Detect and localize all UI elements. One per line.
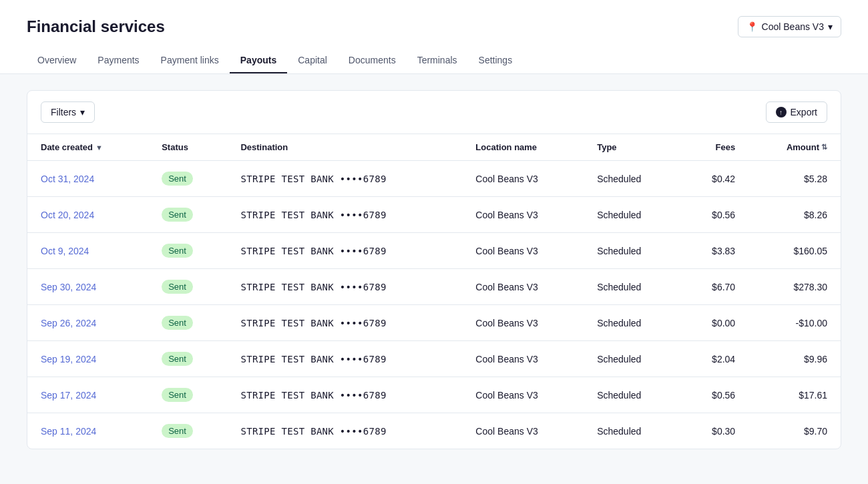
table-row[interactable]: Sep 30, 2024 Sent STRIPE TEST BANK ••••6… [27,269,841,305]
date-link[interactable]: Oct 20, 2024 [41,210,94,220]
sort-both-icon: ⇅ [821,143,827,152]
filters-button[interactable]: Filters ▾ [41,101,95,123]
pin-icon: 📍 [746,21,758,32]
tab-terminals[interactable]: Terminals [407,48,468,73]
date-link[interactable]: Oct 31, 2024 [41,174,94,184]
cell-location: Cool Beans V3 [462,233,584,269]
cell-amount: $8.26 [748,197,841,233]
date-link[interactable]: Sep 11, 2024 [41,426,96,437]
destination-text: STRIPE TEST BANK ••••6789 [240,282,386,292]
cell-fees: $3.83 [680,233,748,269]
cell-fees: $6.70 [680,269,748,305]
cell-amount: -$10.00 [748,305,841,341]
tab-documents[interactable]: Documents [338,48,407,73]
date-link[interactable]: Oct 9, 2024 [41,246,89,256]
cell-date[interactable]: Sep 30, 2024 [27,269,148,305]
table-toolbar: Filters ▾ ↑ Export [27,91,841,134]
date-link[interactable]: Sep 17, 2024 [41,390,96,401]
cell-fees: $0.00 [680,305,748,341]
cell-location: Cool Beans V3 [462,269,584,305]
cell-fees: $0.56 [680,197,748,233]
status-badge: Sent [162,316,193,330]
col-fees: Fees [680,134,748,161]
cell-amount: $160.05 [748,233,841,269]
cell-status: Sent [148,377,227,413]
cell-type: Scheduled [584,269,680,305]
cell-destination: STRIPE TEST BANK ••••6789 [227,341,462,377]
date-link[interactable]: Sep 26, 2024 [41,318,96,328]
cell-date[interactable]: Oct 9, 2024 [27,233,148,269]
status-badge: Sent [162,352,193,366]
destination-text: STRIPE TEST BANK ••••6789 [240,426,386,437]
cell-type: Scheduled [584,161,680,197]
export-icon: ↑ [776,107,787,117]
cell-destination: STRIPE TEST BANK ••••6789 [227,161,462,197]
cell-date[interactable]: Sep 11, 2024 [27,413,148,449]
cell-fees: $0.42 [680,161,748,197]
tab-payments[interactable]: Payments [87,48,150,73]
status-badge: Sent [162,424,193,438]
table-row[interactable]: Sep 19, 2024 Sent STRIPE TEST BANK ••••6… [27,341,841,377]
status-badge: Sent [162,172,193,186]
table-row[interactable]: Oct 20, 2024 Sent STRIPE TEST BANK ••••6… [27,197,841,233]
col-type: Type [584,134,680,161]
date-link[interactable]: Sep 19, 2024 [41,354,96,365]
tab-payment-links[interactable]: Payment links [150,48,230,73]
cell-date[interactable]: Sep 19, 2024 [27,341,148,377]
cell-location: Cool Beans V3 [462,341,584,377]
cell-destination: STRIPE TEST BANK ••••6789 [227,233,462,269]
date-link[interactable]: Sep 30, 2024 [41,282,96,292]
cell-destination: STRIPE TEST BANK ••••6789 [227,413,462,449]
sort-desc-icon: ▼ [95,144,103,152]
cell-destination: STRIPE TEST BANK ••••6789 [227,305,462,341]
page-title: Financial services [27,17,165,36]
cell-date[interactable]: Sep 26, 2024 [27,305,148,341]
col-date-created[interactable]: Date created ▼ [27,134,148,161]
filters-label: Filters [51,107,76,117]
cell-destination: STRIPE TEST BANK ••••6789 [227,377,462,413]
table-header-row: Date created ▼ Status Destination Locati… [27,134,841,161]
location-selector[interactable]: 📍 Cool Beans V3 ▾ [738,16,841,37]
tab-payouts[interactable]: Payouts [230,48,287,73]
cell-status: Sent [148,197,227,233]
destination-text: STRIPE TEST BANK ••••6789 [240,390,386,401]
payouts-table-container: Filters ▾ ↑ Export Date created ▼ Status [27,90,841,449]
cell-amount: $5.28 [748,161,841,197]
cell-date[interactable]: Sep 17, 2024 [27,377,148,413]
cell-destination: STRIPE TEST BANK ••••6789 [227,197,462,233]
table-row[interactable]: Sep 26, 2024 Sent STRIPE TEST BANK ••••6… [27,305,841,341]
location-name: Cool Beans V3 [762,21,824,32]
cell-type: Scheduled [584,377,680,413]
chevron-down-icon: ▾ [80,107,85,117]
table-row[interactable]: Sep 11, 2024 Sent STRIPE TEST BANK ••••6… [27,413,841,449]
destination-text: STRIPE TEST BANK ••••6789 [240,354,386,365]
cell-location: Cool Beans V3 [462,377,584,413]
cell-location: Cool Beans V3 [462,305,584,341]
cell-amount: $9.96 [748,341,841,377]
col-amount[interactable]: Amount ⇅ [748,134,841,161]
cell-fees: $0.56 [680,377,748,413]
cell-location: Cool Beans V3 [462,197,584,233]
tab-overview[interactable]: Overview [27,48,87,73]
table-row[interactable]: Sep 17, 2024 Sent STRIPE TEST BANK ••••6… [27,377,841,413]
col-location-name: Location name [462,134,584,161]
status-badge: Sent [162,388,193,402]
destination-text: STRIPE TEST BANK ••••6789 [240,210,386,220]
tab-settings[interactable]: Settings [468,48,523,73]
tab-capital[interactable]: Capital [287,48,338,73]
destination-text: STRIPE TEST BANK ••••6789 [240,174,386,184]
table-row[interactable]: Oct 31, 2024 Sent STRIPE TEST BANK ••••6… [27,161,841,197]
col-status: Status [148,134,227,161]
destination-text: STRIPE TEST BANK ••••6789 [240,318,386,328]
cell-date[interactable]: Oct 31, 2024 [27,161,148,197]
export-button[interactable]: ↑ Export [766,101,827,123]
export-label: Export [791,107,817,117]
table-row[interactable]: Oct 9, 2024 Sent STRIPE TEST BANK ••••67… [27,233,841,269]
cell-date[interactable]: Oct 20, 2024 [27,197,148,233]
cell-fees: $2.04 [680,341,748,377]
cell-status: Sent [148,413,227,449]
cell-type: Scheduled [584,413,680,449]
cell-location: Cool Beans V3 [462,161,584,197]
status-badge: Sent [162,208,193,222]
destination-text: STRIPE TEST BANK ••••6789 [240,246,386,256]
